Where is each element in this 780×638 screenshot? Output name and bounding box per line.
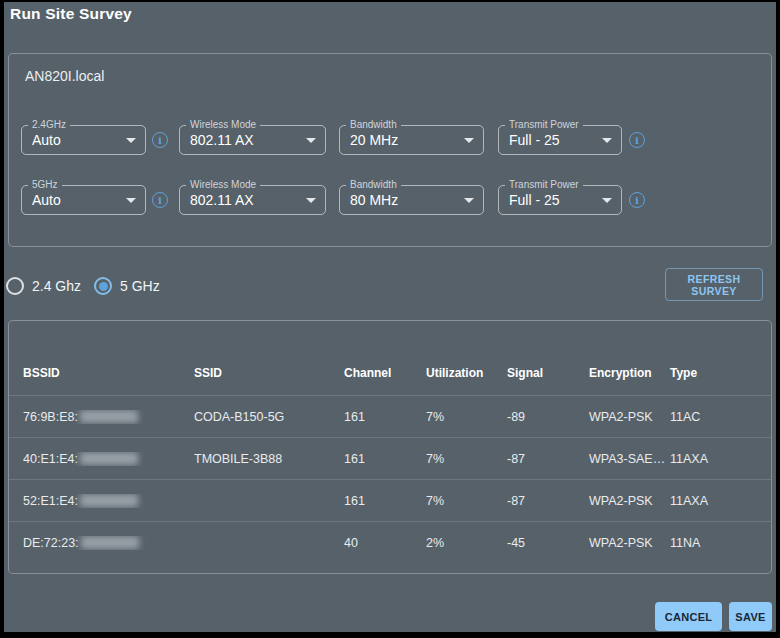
bssid-cell: 52:E1:E4: bbox=[23, 494, 194, 508]
redacted-blur bbox=[80, 410, 138, 423]
select-value: 802.11 AX bbox=[190, 192, 300, 208]
ssid-cell: TMOBILE-3B88 bbox=[194, 452, 344, 466]
channel-cell: 40 bbox=[344, 536, 426, 550]
channel-cell: 161 bbox=[344, 410, 426, 424]
select-label: Transmit Power bbox=[505, 179, 583, 191]
chevron-down-icon bbox=[306, 138, 316, 143]
radio-option-2-4ghz[interactable]: 2.4 Ghz bbox=[6, 277, 81, 295]
save-button[interactable]: SAVE bbox=[729, 602, 772, 631]
radio-button-icon bbox=[6, 277, 24, 295]
channel-cell: 161 bbox=[344, 452, 426, 466]
survey-table-panel: BSSIDSSIDChannelUtilizationSignalEncrypt… bbox=[8, 320, 772, 574]
signal-cell: -45 bbox=[507, 536, 589, 550]
band-2-4ghz-select[interactable]: 2.4GHz Auto bbox=[21, 125, 146, 155]
info-icon[interactable]: i bbox=[152, 132, 168, 148]
encryption-cell: WPA2-PSK bbox=[589, 494, 670, 508]
type-cell: 11AC bbox=[670, 410, 763, 424]
radio-button-icon bbox=[94, 277, 112, 295]
select-label: Bandwidth bbox=[346, 119, 401, 131]
signal-cell: -89 bbox=[507, 410, 589, 424]
info-icon[interactable]: i bbox=[152, 192, 168, 208]
bssid-prefix: 40:E1:E4: bbox=[23, 452, 78, 466]
band-selector: 2.4 Ghz 5 GHz bbox=[6, 277, 160, 295]
select-value: 80 MHz bbox=[350, 192, 458, 208]
radio-option-label: 2.4 Ghz bbox=[32, 278, 81, 294]
type-cell: 11AXA bbox=[670, 494, 763, 508]
bandwidth-5ghz-select[interactable]: Bandwidth 80 MHz bbox=[339, 185, 484, 215]
redacted-blur bbox=[81, 536, 139, 549]
signal-cell: -87 bbox=[507, 452, 589, 466]
redacted-blur bbox=[80, 452, 138, 465]
chevron-down-icon bbox=[464, 138, 474, 143]
select-label: Wireless Mode bbox=[186, 179, 260, 191]
device-name: AN820I.local bbox=[25, 68, 104, 84]
type-cell: 11AXA bbox=[670, 452, 763, 466]
column-header: Utilization bbox=[426, 366, 507, 380]
select-value: Full - 25 bbox=[509, 192, 596, 208]
select-label: Bandwidth bbox=[346, 179, 401, 191]
select-label: Wireless Mode bbox=[186, 119, 260, 131]
signal-cell: -87 bbox=[507, 494, 589, 508]
table-row: DE:72:23: 40 2% -45 WPA2-PSK 11NA bbox=[9, 521, 771, 563]
transmit-power-2-4ghz-select[interactable]: Transmit Power Full - 25 bbox=[498, 125, 622, 155]
select-label: 2.4GHz bbox=[28, 119, 70, 131]
column-header: SSID bbox=[194, 366, 344, 380]
column-header: Type bbox=[670, 366, 763, 380]
survey-table-body: 76:9B:E8: CODA-B150-5G 161 7% -89 WPA2-P… bbox=[9, 395, 771, 563]
band-5ghz-select[interactable]: 5GHz Auto bbox=[21, 185, 146, 215]
chevron-down-icon bbox=[126, 138, 136, 143]
select-value: 802.11 AX bbox=[190, 132, 300, 148]
survey-table-header: BSSIDSSIDChannelUtilizationSignalEncrypt… bbox=[9, 321, 771, 395]
select-label: 5GHz bbox=[28, 179, 62, 191]
page-title: Run Site Survey bbox=[10, 5, 132, 23]
channel-cell: 161 bbox=[344, 494, 426, 508]
utilization-cell: 2% bbox=[426, 536, 507, 550]
bssid-prefix: DE:72:23: bbox=[23, 536, 79, 550]
table-row: 40:E1:E4: TMOBILE-3B88 161 7% -87 WPA3-S… bbox=[9, 437, 771, 479]
encryption-cell: WPA2-PSK bbox=[589, 536, 670, 550]
chevron-down-icon bbox=[126, 198, 136, 203]
table-row: 52:E1:E4: 161 7% -87 WPA2-PSK 11AXA bbox=[9, 479, 771, 521]
radio-option-5ghz[interactable]: 5 GHz bbox=[94, 277, 160, 295]
info-icon[interactable]: i bbox=[629, 132, 645, 148]
refresh-survey-button[interactable]: REFRESH SURVEY bbox=[665, 268, 763, 301]
encryption-cell: WPA2-PSK bbox=[589, 410, 670, 424]
bandwidth-2-4ghz-select[interactable]: Bandwidth 20 MHz bbox=[339, 125, 484, 155]
chevron-down-icon bbox=[602, 138, 612, 143]
select-value: Auto bbox=[32, 132, 120, 148]
info-icon[interactable]: i bbox=[629, 192, 645, 208]
wireless-mode-5ghz-select[interactable]: Wireless Mode 802.11 AX bbox=[179, 185, 326, 215]
type-cell: 11NA bbox=[670, 536, 763, 550]
utilization-cell: 7% bbox=[426, 452, 507, 466]
bssid-cell: 40:E1:E4: bbox=[23, 452, 194, 466]
bssid-cell: DE:72:23: bbox=[23, 536, 194, 550]
select-value: 20 MHz bbox=[350, 132, 458, 148]
table-row: 76:9B:E8: CODA-B150-5G 161 7% -89 WPA2-P… bbox=[9, 395, 771, 437]
transmit-power-5ghz-select[interactable]: Transmit Power Full - 25 bbox=[498, 185, 622, 215]
redacted-blur bbox=[80, 494, 138, 507]
run-site-survey-dialog: Run Site Survey AN820I.local 2.4GHz Auto… bbox=[4, 2, 776, 632]
radio-settings-panel: AN820I.local 2.4GHz Auto i Wireless Mode… bbox=[8, 53, 772, 247]
bssid-prefix: 52:E1:E4: bbox=[23, 494, 78, 508]
bssid-prefix: 76:9B:E8: bbox=[23, 410, 78, 424]
select-label: Transmit Power bbox=[505, 119, 583, 131]
utilization-cell: 7% bbox=[426, 410, 507, 424]
radio-option-label: 5 GHz bbox=[120, 278, 160, 294]
chevron-down-icon bbox=[602, 198, 612, 203]
select-value: Auto bbox=[32, 192, 120, 208]
encryption-cell: WPA3-SAE… bbox=[589, 452, 670, 466]
select-value: Full - 25 bbox=[509, 132, 596, 148]
chevron-down-icon bbox=[464, 198, 474, 203]
column-header: Encryption bbox=[589, 366, 670, 380]
column-header: BSSID bbox=[23, 366, 194, 380]
column-header: Channel bbox=[344, 366, 426, 380]
bssid-cell: 76:9B:E8: bbox=[23, 410, 194, 424]
wireless-mode-2-4ghz-select[interactable]: Wireless Mode 802.11 AX bbox=[179, 125, 326, 155]
cancel-button[interactable]: CANCEL bbox=[655, 602, 722, 631]
chevron-down-icon bbox=[306, 198, 316, 203]
utilization-cell: 7% bbox=[426, 494, 507, 508]
ssid-cell: CODA-B150-5G bbox=[194, 410, 344, 424]
column-header: Signal bbox=[507, 366, 589, 380]
